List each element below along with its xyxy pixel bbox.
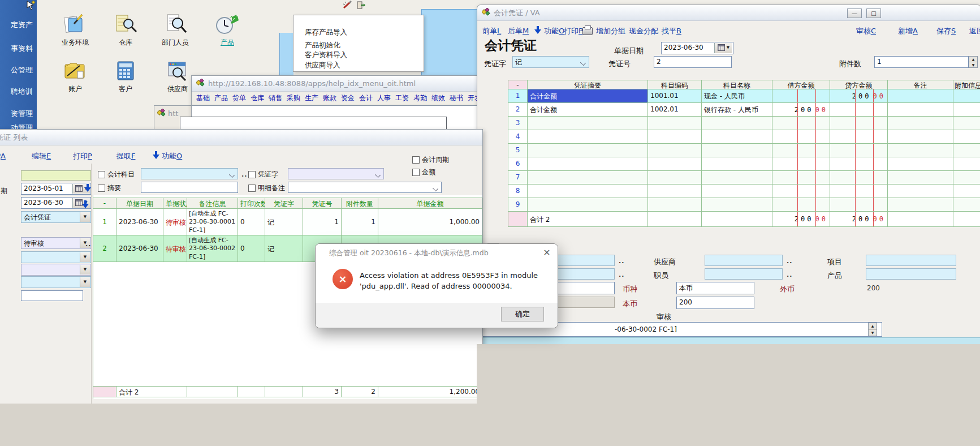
voucher-cell[interactable]: 1001.01 (648, 89, 702, 103)
quick-input[interactable] (21, 170, 91, 181)
browser-menu-item[interactable]: 会计 (359, 93, 373, 103)
account-lookup-button[interactable]: .. (241, 171, 247, 178)
voucher-cell[interactable] (772, 198, 830, 212)
voucher-cell[interactable]: 1002.01 (648, 103, 702, 117)
list-extract-button[interactable]: 提取F (116, 151, 135, 161)
attach-count-stepper[interactable]: ▲ ▼ (969, 56, 978, 68)
filter-summary-input[interactable] (141, 182, 238, 193)
voucher-cell[interactable] (772, 117, 830, 130)
popup-menu-item[interactable]: 库存产品导入 (305, 28, 347, 37)
step-up-icon[interactable]: ▲ (969, 57, 977, 62)
next-doc-button[interactable]: 后单M (508, 26, 529, 36)
browser-titlebar[interactable]: http://192.168.10.48:8088/apps/help_idx_… (192, 76, 477, 92)
voucher-cell[interactable]: 20000 (830, 89, 888, 103)
filter-detail-note-select[interactable] (288, 182, 442, 193)
list-print-button[interactable]: 打印P (73, 151, 92, 161)
scroll-down-icon[interactable]: ▼ (869, 330, 877, 336)
filter-account-checkbox[interactable]: 会计科目 (98, 170, 135, 179)
customer-lookup-button[interactable]: .. (619, 258, 624, 265)
voucher-cell[interactable]: 7 (508, 171, 528, 185)
list-cell[interactable]: [自动生成 FC-23-06-30-0002 FC-1] (187, 235, 238, 262)
filter-detail-note-checkbox[interactable]: 明细备注 (248, 183, 285, 193)
wand-tool-icon[interactable] (342, 1, 352, 11)
popup-menu-item[interactable]: 供应商导入 (305, 61, 340, 70)
list-cell[interactable]: [自动生成 FC-23-06-30-0001 FC-1] (187, 209, 238, 235)
voucher-cell[interactable] (888, 157, 953, 171)
function-menu-button[interactable]: 功能O (544, 26, 564, 36)
list-cell[interactable]: 待审核 (163, 235, 187, 262)
voucher-cell[interactable] (830, 117, 888, 130)
list-cell[interactable]: 1 (93, 209, 116, 235)
voucher-cell[interactable]: 现金 - 人民币 (702, 89, 772, 103)
dropdown-button[interactable]: ▼ (80, 252, 90, 262)
voucher-cell[interactable] (648, 185, 702, 198)
print-button[interactable]: 打印P (564, 26, 583, 36)
voucher-cell[interactable] (528, 185, 648, 198)
voucher-cell[interactable]: 银行存款 - 人民币 (702, 103, 772, 117)
browser-menu-item[interactable]: 人事 (377, 93, 391, 103)
list-cell[interactable]: 记 (265, 235, 303, 262)
voucher-cell[interactable] (830, 198, 888, 212)
browser-menu-item[interactable]: 采购 (287, 93, 300, 103)
voucher-cell[interactable] (772, 171, 830, 185)
voucher-no-input[interactable]: 2 (654, 56, 732, 68)
list-titlebar[interactable]: 凭证 列表 (0, 130, 482, 145)
popup-menu-item[interactable]: 客户资料导入 (305, 50, 347, 60)
voucher-cell[interactable] (953, 130, 980, 144)
voucher-cell[interactable]: 20000 (772, 103, 830, 117)
desktop-icon-customer[interactable]: 客户 (104, 60, 147, 94)
add-group-button[interactable]: 增加分组 (596, 26, 625, 36)
voucher-cell[interactable] (888, 103, 953, 117)
voucher-cell[interactable]: 9 (508, 198, 528, 212)
voucher-cell[interactable] (830, 171, 888, 185)
list-function-button[interactable]: 功能O (162, 151, 182, 161)
list-cell[interactable]: 0 (238, 235, 265, 262)
voucher-cell[interactable] (830, 185, 888, 198)
voucher-cell[interactable]: 合计金额 (528, 89, 648, 103)
filter-select-2[interactable]: ▼ (21, 264, 91, 276)
voucher-cell[interactable] (888, 171, 953, 185)
filter-word-select[interactable] (288, 168, 384, 179)
status-lookup-button[interactable]: .. (85, 241, 91, 248)
dropdown-button[interactable]: ▼ (80, 277, 90, 287)
voucher-cell[interactable] (888, 130, 953, 144)
browser-menu-item[interactable]: 基础 (196, 93, 210, 103)
filter-word-checkbox[interactable]: 凭证字 (248, 170, 278, 179)
voucher-cell[interactable] (953, 185, 980, 198)
voucher-cell[interactable] (830, 157, 888, 171)
attach-count-input[interactable]: 1 (874, 56, 969, 68)
exit-door-icon[interactable] (356, 1, 366, 11)
minimize-button[interactable]: — (847, 8, 862, 18)
browser-menu-item[interactable]: 秘书 (450, 93, 463, 103)
voucher-cell[interactable]: 8 (508, 185, 528, 198)
balance-button[interactable]: 找平B (662, 26, 681, 36)
voucher-cell[interactable] (648, 171, 702, 185)
list-new-button[interactable]: 新增A (0, 151, 6, 161)
maximize-button[interactable]: □ (866, 8, 881, 18)
voucher-cell[interactable] (528, 171, 648, 185)
browser-menu-item[interactable]: 销售 (269, 93, 282, 103)
list-cell[interactable]: 待审核 (163, 209, 187, 235)
list-cell[interactable]: 2023-06-30 (116, 209, 163, 235)
voucher-word-select[interactable]: 记 (512, 56, 589, 68)
dropdown-button[interactable]: ▼ (80, 212, 90, 222)
dialog-titlebar[interactable]: 综合管理 oit 20230616 - 本地-db\演示信息.mdb × (316, 244, 558, 261)
filter-summary-checkbox[interactable]: 摘要 (98, 183, 121, 193)
voucher-cell[interactable] (702, 130, 772, 144)
voucher-cell[interactable] (888, 144, 953, 157)
browser-menu-item[interactable]: 货单 (232, 93, 246, 103)
voucher-cell[interactable] (888, 198, 953, 212)
cash-split-button[interactable]: 现金分配 (629, 26, 658, 36)
close-icon[interactable]: × (541, 247, 553, 258)
voucher-cell[interactable] (702, 198, 772, 212)
list-cell[interactable]: 2023-06-30 (116, 235, 163, 262)
voucher-cell[interactable] (772, 130, 830, 144)
voucher-cell[interactable]: 5 (508, 144, 528, 157)
voucher-cell[interactable] (648, 157, 702, 171)
voucher-cell[interactable]: 2 (508, 103, 528, 117)
voucher-cell[interactable] (953, 171, 980, 185)
doc-type-select[interactable]: 会计凭证 ▼ (21, 211, 91, 223)
employee-input[interactable] (705, 268, 783, 280)
voucher-cell[interactable]: 3 (508, 117, 528, 130)
sidebar-item[interactable]: 定资产 (0, 20, 33, 29)
